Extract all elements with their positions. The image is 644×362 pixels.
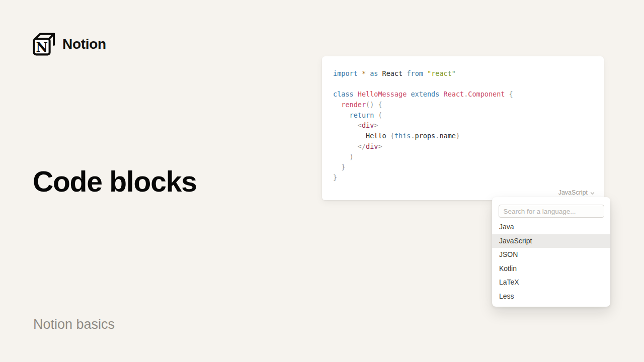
code-line [333, 79, 599, 89]
language-option-kotlin[interactable]: Kotlin [492, 262, 610, 276]
brand-name: Notion [62, 36, 106, 52]
code-line: render() { [333, 100, 599, 110]
code-line: <div> [333, 120, 599, 131]
code-line: class HelloMessage extends React.Compone… [333, 89, 599, 100]
language-dropdown-menu: JavaJavaScriptJSONKotlinLaTeXLess [492, 197, 610, 307]
chevron-down-icon [590, 190, 595, 196]
code-content: import * as React from "react" class Hel… [333, 68, 599, 183]
language-search-input[interactable] [499, 205, 604, 218]
code-line: </div> [333, 141, 599, 152]
code-line: Hello {this.props.name} [333, 131, 599, 141]
code-line: import * as React from "react" [333, 68, 599, 79]
code-line: return ( [333, 110, 599, 121]
language-option-less[interactable]: Less [492, 290, 610, 304]
language-option-javascript[interactable]: JavaScript [492, 234, 610, 248]
notion-logo-icon: N [33, 32, 56, 57]
language-option-java[interactable]: Java [492, 220, 610, 234]
brand-lockup: N Notion [33, 32, 106, 57]
svg-text:N: N [36, 40, 48, 55]
language-list: JavaJavaScriptJSONKotlinLaTeXLess [492, 220, 610, 304]
code-line: ) [333, 152, 599, 162]
language-option-json[interactable]: JSON [492, 248, 610, 262]
language-selector-trigger[interactable]: JavaScript [558, 189, 595, 196]
category-label: Notion basics [33, 317, 115, 332]
page-title: Code blocks [33, 165, 197, 198]
language-selector-label: JavaScript [558, 189, 588, 196]
code-block-card: import * as React from "react" class Hel… [322, 56, 604, 200]
code-line: } [333, 162, 599, 172]
code-line: } [333, 172, 599, 183]
language-option-latex[interactable]: LaTeX [492, 276, 610, 290]
